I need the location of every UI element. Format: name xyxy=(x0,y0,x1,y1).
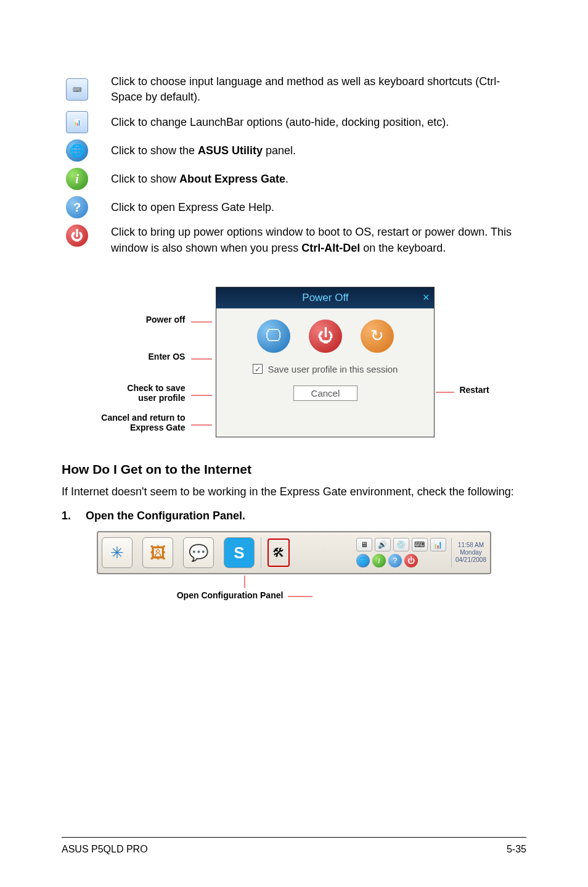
input-language-text: Click to choose input language and metho… xyxy=(92,74,526,105)
configuration-panel-button[interactable]: 🛠 xyxy=(267,538,290,567)
mini-network-icon[interactable]: 🖥 xyxy=(356,538,372,551)
label-restart: Restart xyxy=(455,288,489,436)
mini-globe-icon[interactable]: 🌐 xyxy=(356,554,370,567)
mini-volume-icon[interactable]: 🔊 xyxy=(375,538,391,551)
restart-button[interactable]: ↻ xyxy=(361,320,394,353)
dialog-titlebar: Power Off × xyxy=(216,287,434,308)
label-poweroff: Power off xyxy=(99,288,187,329)
launchbar-chat-icon[interactable]: 💬 xyxy=(183,537,214,568)
icon-row-input-language: ⌨ Click to choose input language and met… xyxy=(62,74,526,105)
input-language-icon: ⌨ xyxy=(62,78,92,101)
footer-left: ASUS P5QLD PRO xyxy=(62,844,148,855)
cancel-button[interactable]: Cancel xyxy=(293,386,358,401)
poweroff-dialog: Power Off × 🖵 ⏻ ↻ ✓ Save user profile in… xyxy=(216,287,435,437)
globe-icon: 🌐 xyxy=(62,139,92,162)
save-profile-checkbox[interactable]: ✓ xyxy=(253,364,263,374)
launchbar-options-icon: 📊 xyxy=(62,111,92,133)
launchbar-options-text: Click to change LaunchBar options (auto-… xyxy=(92,115,526,130)
launchbar-figure: ✳ 🖼 💬 S 🛠 🖥 🔊 💿 ⌨ 📊 🌐 i ? ⏻ xyxy=(62,531,526,574)
icon-row-about: i Click to show About Express Gate. xyxy=(62,168,526,190)
save-profile-label: Save user profile in this session xyxy=(267,364,398,374)
poweroff-labels-left: Power off Enter OS Check to saveuser pro… xyxy=(97,287,216,437)
mini-disk-icon[interactable]: 💿 xyxy=(393,538,409,551)
launchbar-clock: 11:58 AM Monday 04/21/2008 xyxy=(451,538,486,567)
label-enteros: Enter OS xyxy=(99,330,187,366)
dialog-title-text: Power Off xyxy=(302,292,348,304)
power-off-button[interactable]: ⏻ xyxy=(309,320,342,353)
asus-utility-text: Click to show the ASUS Utility panel. xyxy=(92,143,526,159)
clock-time: 11:58 AM xyxy=(455,542,486,549)
step-1: 1.Open the Configuration Panel. xyxy=(62,510,526,522)
enter-os-button[interactable]: 🖵 xyxy=(257,320,290,353)
launchbar-mini-grid: 🖥 🔊 💿 ⌨ 📊 🌐 i ? ⏻ xyxy=(356,538,446,567)
power-icon: ⏻ xyxy=(62,225,92,247)
dialog-button-row: 🖵 ⏻ ↻ xyxy=(257,320,394,353)
launchbar-photo-icon[interactable]: 🖼 xyxy=(142,537,173,568)
power-text: Click to bring up power options window t… xyxy=(92,225,526,255)
config-callout-label: Open Configuration Panel xyxy=(177,590,313,600)
mini-display-icon[interactable]: 📊 xyxy=(430,538,446,551)
help-icon: ? xyxy=(62,196,92,218)
launchbar-web-icon[interactable]: ✳ xyxy=(102,537,133,568)
section-heading-internet: How Do I Get on to the Internet xyxy=(62,462,526,477)
launchbar: ✳ 🖼 💬 S 🛠 🖥 🔊 💿 ⌨ 📊 🌐 i ? ⏻ xyxy=(97,531,491,574)
page-footer: ASUS P5QLD PRO 5-35 xyxy=(62,837,526,855)
icon-row-help: ? Click to open Express Gate Help. xyxy=(62,196,526,218)
section-paragraph: If Internet doesn't seem to be working i… xyxy=(62,484,526,500)
close-icon[interactable]: × xyxy=(423,291,430,304)
clock-day: Monday xyxy=(455,549,486,556)
help-text: Click to open Express Gate Help. xyxy=(92,200,526,215)
launchbar-skype-icon[interactable]: S xyxy=(224,537,255,568)
info-icon: i xyxy=(62,168,92,190)
poweroff-labels-right: Restart xyxy=(435,287,490,437)
save-profile-row[interactable]: ✓ Save user profile in this session xyxy=(253,364,398,374)
mini-keyboard-icon[interactable]: ⌨ xyxy=(412,538,428,551)
label-checksave: Check to saveuser profile xyxy=(99,367,187,406)
mini-power-icon[interactable]: ⏻ xyxy=(404,554,418,567)
label-cancel: Cancel and return toExpress Gate xyxy=(99,408,187,436)
clock-date: 04/21/2008 xyxy=(455,556,486,564)
icon-row-launchbar-options: 📊 Click to change LaunchBar options (aut… xyxy=(62,111,526,133)
poweroff-figure: Power off Enter OS Check to saveuser pro… xyxy=(62,287,526,437)
icon-row-asus-utility: 🌐 Click to show the ASUS Utility panel. xyxy=(62,139,526,162)
about-text: Click to show About Express Gate. xyxy=(92,171,526,187)
mini-info-icon[interactable]: i xyxy=(372,554,386,567)
mini-help-icon[interactable]: ? xyxy=(388,554,402,567)
icon-row-power: ⏻ Click to bring up power options window… xyxy=(62,225,526,255)
config-callout xyxy=(12,578,477,590)
footer-right: 5-35 xyxy=(507,844,526,855)
launchbar-icon-descriptions: ⌨ Click to choose input language and met… xyxy=(62,74,526,262)
divider xyxy=(261,537,261,568)
